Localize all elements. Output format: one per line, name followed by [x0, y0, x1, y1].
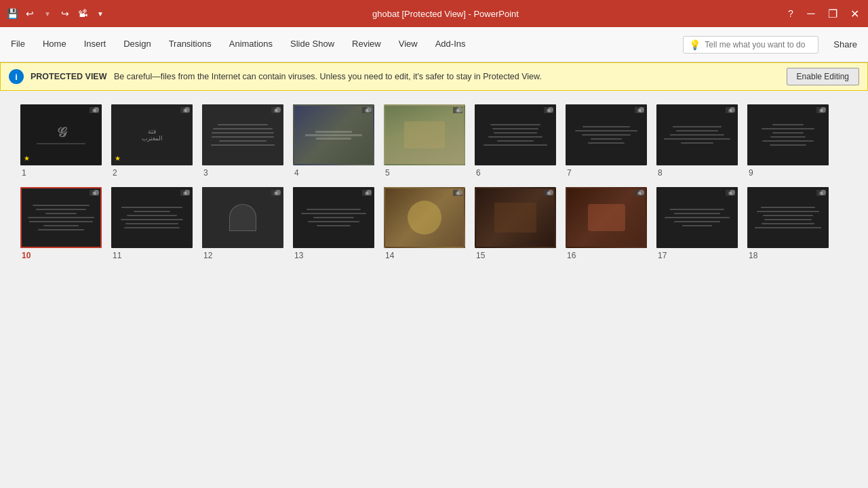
title-bar-left: 💾 ↩ ▼ ↪ 📽 ▼: [5, 7, 107, 20]
ribbon: File Home Insert Design Transitions Anim…: [0, 27, 868, 62]
restore-button[interactable]: ❐: [825, 5, 841, 22]
undo-arrow[interactable]: ▼: [41, 7, 54, 20]
slide-item-5[interactable]: ▦5: [384, 104, 465, 178]
slide-number-1: 1: [20, 168, 26, 178]
slide-number-9: 9: [747, 168, 753, 178]
present-icon[interactable]: 📽: [76, 7, 90, 20]
slide-number-18: 18: [747, 251, 757, 260]
tab-review[interactable]: Review: [344, 27, 389, 62]
slide-item-18[interactable]: ▦18: [747, 187, 829, 260]
minimize-button[interactable]: ─: [803, 5, 819, 22]
slide-number-11: 11: [111, 251, 121, 260]
search-input[interactable]: [705, 40, 812, 49]
search-box[interactable]: 💡: [683, 36, 818, 54]
share-button[interactable]: Share: [825, 35, 865, 54]
tab-view[interactable]: View: [391, 27, 426, 62]
slide-number-3: 3: [202, 168, 208, 178]
slide-item-6[interactable]: ▦6: [475, 104, 556, 178]
protected-message: Be careful—files from the Internet can c…: [114, 72, 542, 81]
slide-item-10[interactable]: ▦10: [20, 187, 102, 260]
tab-file[interactable]: File: [3, 27, 33, 62]
slide-item-4[interactable]: ▦4: [293, 104, 374, 178]
slide-grid: 𝒢▦★1فئةالمغترب▦★2▦3▦4▦5▦6▦7▦8▦9▦10▦11▦12…: [20, 104, 848, 260]
slide-item-12[interactable]: ▦12: [202, 187, 283, 260]
window-title: ghobat [Protected View] - PowerPoint: [107, 9, 784, 19]
slide-number-16: 16: [566, 251, 576, 260]
slide-item-17[interactable]: ▦17: [656, 187, 738, 260]
protected-view-bar: i PROTECTED VIEW Be careful—files from t…: [0, 62, 868, 91]
slide-number-7: 7: [566, 168, 572, 178]
slide-number-8: 8: [656, 168, 663, 178]
save-icon[interactable]: 💾: [5, 7, 19, 20]
slide-number-6: 6: [475, 168, 481, 178]
tab-design[interactable]: Design: [115, 27, 159, 62]
slide-item-1[interactable]: 𝒢▦★1: [20, 104, 102, 178]
slide-item-13[interactable]: ▦13: [293, 187, 374, 260]
slide-item-11[interactable]: ▦11: [111, 187, 193, 260]
tab-insert[interactable]: Insert: [76, 27, 115, 62]
tab-slideshow[interactable]: Slide Show: [282, 27, 342, 62]
title-bar: 💾 ↩ ▼ ↪ 📽 ▼ ghobat [Protected View] - Po…: [0, 0, 868, 27]
slide-item-9[interactable]: ▦9: [747, 104, 829, 178]
tab-addins[interactable]: Add-Ins: [427, 27, 474, 62]
protected-icon: i: [9, 69, 24, 84]
slide-number-5: 5: [384, 168, 390, 178]
slide-number-12: 12: [202, 251, 212, 260]
slide-item-7[interactable]: ▦7: [566, 104, 647, 178]
tab-home[interactable]: Home: [35, 27, 75, 62]
slide-item-8[interactable]: ▦8: [656, 104, 738, 178]
slide-item-16[interactable]: ▦16: [566, 187, 647, 260]
slide-number-17: 17: [656, 251, 667, 260]
search-lightbulb-icon: 💡: [689, 39, 701, 50]
slide-item-3[interactable]: ▦3: [202, 104, 283, 178]
redo-icon[interactable]: ↪: [58, 7, 72, 20]
slide-area: 𝒢▦★1فئةالمغترب▦★2▦3▦4▦5▦6▦7▦8▦9▦10▦11▦12…: [0, 91, 868, 488]
slide-number-15: 15: [475, 251, 485, 260]
help-icon[interactable]: ?: [784, 7, 797, 20]
customize-icon[interactable]: ▼: [94, 7, 107, 20]
close-button[interactable]: ✕: [846, 5, 863, 22]
slide-item-2[interactable]: فئةالمغترب▦★2: [111, 104, 193, 178]
tab-animations[interactable]: Animations: [221, 27, 281, 62]
slide-item-15[interactable]: ▦15: [475, 187, 556, 260]
slide-number-13: 13: [293, 251, 303, 260]
protected-text: PROTECTED VIEW Be careful—files from the…: [31, 72, 780, 81]
title-bar-right: ? ─ ❐ ✕: [784, 5, 863, 22]
protected-label: PROTECTED VIEW: [31, 72, 107, 81]
slide-number-10: 10: [20, 251, 31, 260]
undo-icon[interactable]: ↩: [23, 7, 37, 20]
tab-transitions[interactable]: Transitions: [161, 27, 220, 62]
enable-editing-button[interactable]: Enable Editing: [787, 68, 859, 85]
slide-item-14[interactable]: ▦14: [384, 187, 465, 260]
slide-number-4: 4: [293, 168, 299, 178]
slide-number-2: 2: [111, 168, 117, 178]
slide-number-14: 14: [384, 251, 394, 260]
